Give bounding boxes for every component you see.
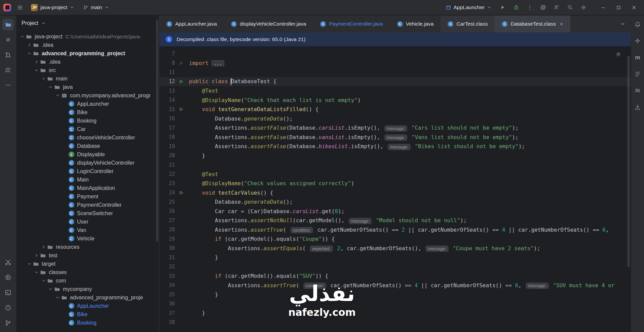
- terminal-tool-button[interactable]: [2, 287, 14, 298]
- version-control-tool-button[interactable]: [2, 317, 14, 329]
- code-line-11[interactable]: 11: [159, 68, 631, 77]
- chevron-collapsed-icon[interactable]: [26, 42, 33, 47]
- code-line-13[interactable]: 13 @Test: [159, 86, 631, 96]
- chevron-expanded-icon[interactable]: [47, 85, 54, 90]
- add-user-icon[interactable]: [551, 2, 562, 13]
- settings-gear-icon[interactable]: [578, 2, 589, 13]
- tree-item-Main[interactable]: CMain: [16, 175, 159, 184]
- branch-selector[interactable]: main: [80, 3, 112, 12]
- code-line-7[interactable]: 7: [159, 49, 631, 59]
- structure-tool-button[interactable]: [2, 64, 14, 76]
- chevron-down-icon[interactable]: [41, 21, 46, 26]
- code-line-16[interactable]: 16 Database.generateData();: [159, 114, 631, 124]
- tree-item-advanced_programming_project[interactable]: advanced_programming_project: [16, 49, 159, 58]
- chevron-expanded-icon[interactable]: [40, 76, 47, 81]
- chevron-expanded-icon[interactable]: [54, 93, 61, 98]
- tab-Vehicle.java[interactable]: CVehicle.java: [390, 15, 441, 32]
- tree-item-LoginController[interactable]: CLoginController: [16, 167, 159, 175]
- download-tool-button[interactable]: [632, 101, 643, 113]
- project-tool-button[interactable]: [2, 19, 14, 30]
- chevron-collapsed-icon[interactable]: [40, 244, 47, 250]
- run-button[interactable]: [497, 2, 508, 13]
- tree-item-MainApplication[interactable]: CMainApplication: [16, 184, 159, 192]
- code-line-15[interactable]: 15 void testGenerateDataListsFilled() {: [159, 105, 631, 114]
- tree-item-Database[interactable]: CDatabase: [16, 142, 159, 150]
- chevron-collapsed-icon[interactable]: [33, 59, 40, 64]
- chevron-expanded-icon[interactable]: [40, 278, 47, 283]
- maximize-button[interactable]: [612, 2, 625, 13]
- chevron-expanded-icon[interactable]: [19, 34, 26, 39]
- at-mention-icon[interactable]: @: [538, 2, 548, 13]
- tree-item-advanced_programming_proje[interactable]: advanced_programming_proje: [16, 293, 159, 302]
- run-config-selector[interactable]: AppLauncher: [443, 3, 495, 12]
- tree-item-chooseVehicleController[interactable]: CchooseVehicleController: [16, 133, 159, 142]
- notifications-tool-button[interactable]: [632, 19, 643, 30]
- code-line-34[interactable]: 34 Assertions.assertTrue( condition: car…: [159, 281, 631, 290]
- debug-button[interactable]: [511, 2, 522, 13]
- tab-AppLauncher.java[interactable]: CAppLauncher.java: [159, 15, 224, 32]
- problems-tool-button[interactable]: [2, 302, 14, 313]
- tab-DatabaseTest.class[interactable]: CDatabaseTest.class×: [495, 15, 570, 32]
- code-line-36[interactable]: 36: [159, 299, 631, 309]
- tree-item-Bike[interactable]: CBike: [16, 310, 159, 319]
- build-tools-tool-button[interactable]: [2, 257, 14, 268]
- tree-item-Booking[interactable]: CBooking: [16, 319, 159, 327]
- code-line-28[interactable]: 28 Assertions.assertTrue( condition: car…: [159, 225, 631, 235]
- code-line-31[interactable]: 31 }: [159, 253, 631, 262]
- tab-displayVehicleController.java[interactable]: CdisplayVehicleController.java: [224, 15, 313, 32]
- tree-item-Bike[interactable]: CBike: [16, 108, 159, 117]
- project-tree-scrollbar[interactable]: [156, 20, 158, 242]
- main-menu-burger-icon[interactable]: [14, 2, 25, 13]
- services-tool-button[interactable]: [2, 272, 14, 283]
- tree-item-java-project[interactable]: java-projectC:\Users\saifa\IdeaProjects\…: [16, 32, 159, 41]
- minimize-button[interactable]: [596, 2, 610, 13]
- run-test-icon[interactable]: [175, 190, 187, 195]
- project-panel-header[interactable]: Project: [16, 15, 159, 31]
- code-line-25[interactable]: 25 Database.generateData();: [159, 197, 631, 207]
- chevron-expanded-icon[interactable]: [54, 295, 61, 300]
- code-line-19[interactable]: 19 Assertions.assertFalse(Database.bikes…: [159, 142, 631, 151]
- code-line-37[interactable]: 37 }: [159, 308, 631, 318]
- tree-item-PaymentController[interactable]: CPaymentController: [16, 201, 159, 209]
- code-line-27[interactable]: 27 Assertions.assertNotNull(car.getModel…: [159, 216, 631, 225]
- tree-item-test[interactable]: test: [16, 251, 159, 260]
- code-line-12[interactable]: 12public class DatabaseTest {: [159, 77, 631, 87]
- run-test-icon[interactable]: [175, 107, 187, 112]
- tree-item-.idea[interactable]: .idea: [16, 58, 159, 66]
- code-line-29[interactable]: 29 if (car.getModel().equals("Coupe")) {: [159, 234, 631, 244]
- chevron-expanded-icon[interactable]: [47, 287, 54, 292]
- project-selector[interactable]: JP java-project: [28, 3, 77, 12]
- tree-item-AppLauncher[interactable]: CAppLauncher: [16, 302, 159, 310]
- code-line-30[interactable]: 30 Assertions.assertEquals( expected: 2,…: [159, 244, 631, 253]
- tree-item-com[interactable]: com: [16, 276, 159, 285]
- run-test-icon[interactable]: [175, 79, 187, 84]
- code-line-17[interactable]: 17 Assertions.assertFalse(Database.carsL…: [159, 123, 631, 133]
- code-line-32[interactable]: 32: [159, 262, 631, 272]
- tree-item-classes[interactable]: classes: [16, 268, 159, 276]
- tree-item-com.mycompany.advanced_progr[interactable]: com.mycompany.advanced_progr: [16, 91, 159, 100]
- tree-item-src[interactable]: src: [16, 66, 159, 74]
- editor-settings-gear-icon[interactable]: [615, 51, 621, 59]
- tree-item-SceneSwitcher[interactable]: CSceneSwitcher: [16, 209, 159, 218]
- code-line-18[interactable]: 18 Assertions.assertFalse(Database.vansL…: [159, 133, 631, 142]
- tree-item-java[interactable]: java: [16, 83, 159, 91]
- search-icon[interactable]: [565, 2, 575, 13]
- code-line-14[interactable]: 14 @DisplayName("Check that each list is…: [159, 96, 631, 105]
- tree-item-AppLauncher[interactable]: CAppLauncher: [16, 100, 159, 108]
- pull-requests-tool-button[interactable]: [2, 49, 14, 61]
- tree-item-.idea[interactable]: .idea: [16, 41, 159, 49]
- code-line-8[interactable]: 8import ...: [159, 59, 631, 68]
- tree-item-displayVehicleController[interactable]: CdisplayVehicleController: [16, 159, 159, 167]
- bookmarks-tool-button[interactable]: [632, 68, 643, 80]
- hidden-tabs-chevron-icon[interactable]: [620, 15, 626, 32]
- chevron-expanded-icon[interactable]: [26, 51, 33, 56]
- code-line-21[interactable]: 21: [159, 160, 631, 170]
- ai-assistant-tool-button[interactable]: [632, 35, 643, 47]
- close-button[interactable]: [627, 2, 641, 13]
- tree-item-Displayable[interactable]: IDisplayable: [16, 150, 159, 159]
- code-line-26[interactable]: 26 Car car = (Car)Database.carsList.get(…: [159, 207, 631, 216]
- tree-item-mycompany[interactable]: mycompany: [16, 285, 159, 293]
- code-line-35[interactable]: 35 }: [159, 290, 631, 299]
- commit-tool-button[interactable]: [2, 34, 14, 45]
- editor-scrollbar[interactable]: [627, 56, 630, 267]
